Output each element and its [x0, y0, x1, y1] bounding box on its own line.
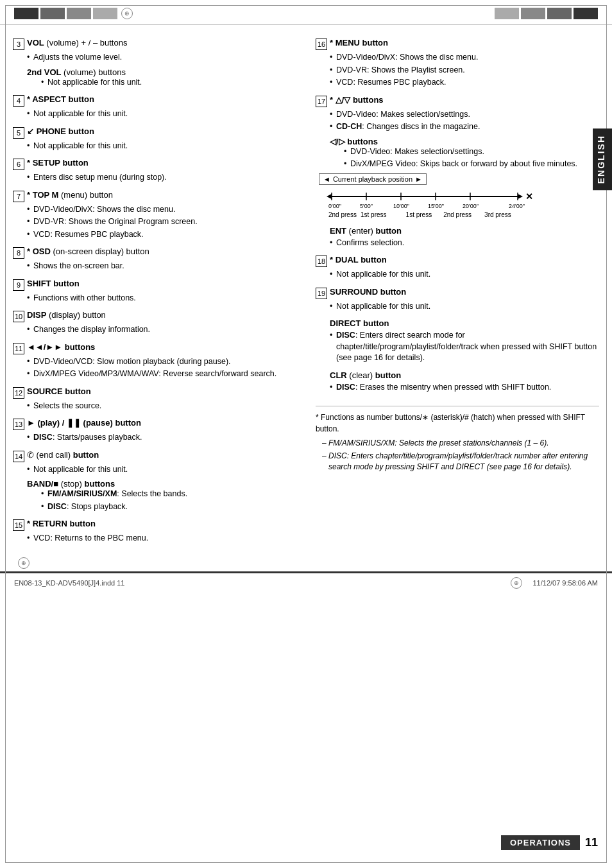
list-item: Not applicable for this unit.: [330, 269, 599, 281]
svg-text:0'00": 0'00": [328, 203, 341, 209]
list-item: VCD: Returns to the PBC menu.: [27, 533, 296, 544]
svg-marker-2: [518, 194, 523, 199]
list-item: DivX/MPEG Video: Skips back or forward b…: [344, 159, 599, 170]
timeline-row: ✕ 0'00" 5'00" 10'00" 15'00" 20'00": [319, 187, 599, 220]
list-item: Adjusts the volume level.: [27, 52, 296, 64]
list-item: Functions with other buttons.: [27, 293, 296, 304]
list-item: Not applicable for this unit.: [330, 301, 599, 313]
list-item: DVD-Video/DivX: Shows the disc menu.: [27, 204, 296, 216]
svg-text:15'00": 15'00": [428, 203, 444, 209]
list-item: DVD-Video/DivX: Shows the disc menu.: [330, 52, 599, 64]
press-labels: 2nd press 1st press 1st press 2nd press …: [325, 211, 593, 218]
svg-text:10'00": 10'00": [393, 203, 409, 209]
section-6-bullets: Enters disc setup menu (during stop).: [13, 172, 296, 184]
list-item: Shows the on-screen bar.: [27, 261, 296, 272]
section-ent-bullets: Confirms selection.: [316, 238, 599, 249]
list-item: DVD-VR: Shows the Playlist screen.: [330, 65, 599, 76]
list-item: DVD-Video/VCD: Slow motion playback (dur…: [27, 356, 296, 368]
list-item: VCD: Resumes PBC playback.: [330, 77, 599, 89]
page-number: 11: [585, 836, 598, 849]
list-item: Changes the display information.: [27, 324, 296, 336]
section-16-bullets: DVD-Video/DivX: Shows the disc menu. DVD…: [316, 52, 599, 89]
section-7-bullets: DVD-Video/DivX: Shows the disc menu. DVD…: [13, 204, 296, 241]
list-item: DISC: Enters direct search mode for chap…: [330, 330, 599, 364]
section-4-bullets: Not applicable for this unit.: [13, 108, 296, 120]
section-direct-bullets: DISC: Enters direct search mode for chap…: [316, 330, 599, 364]
list-item: Not applicable for this unit.: [41, 77, 296, 89]
timeline-svg: ✕ 0'00" 5'00" 10'00" 15'00" 20'00": [325, 187, 543, 211]
section-3-sub-bullets: Not applicable for this unit.: [27, 77, 296, 89]
list-item: DVD-Video: Makes selection/settings.: [344, 146, 599, 158]
section-3-bullets: Adjusts the volume level.: [13, 52, 296, 64]
section-clr-bullets: DISC: Erases the misentry when pressed w…: [316, 382, 599, 394]
english-tab: ENGLISH: [593, 128, 612, 190]
list-item: Confirms selection.: [330, 238, 599, 249]
list-item: FM/AM/SIRIUS/XM: Selects the bands.: [41, 489, 296, 500]
section-12-bullets: Selects the source.: [13, 401, 296, 412]
svg-text:5'00": 5'00": [360, 203, 373, 209]
section-18-bullets: Not applicable for this unit.: [316, 269, 599, 281]
list-item: Not applicable for this unit.: [27, 141, 296, 152]
list-item: VCD: Resumes PBC playback.: [27, 229, 296, 241]
list-item: DISC: Starts/pauses playback.: [27, 432, 296, 444]
list-item: Not applicable for this unit.: [27, 464, 296, 476]
svg-text:✕: ✕: [525, 191, 533, 202]
section-8-bullets: Shows the on-screen bar.: [13, 261, 296, 272]
list-item: DVD-VR: Shows the Original Program scree…: [27, 216, 296, 228]
list-item: DISC: Erases the misentry when pressed w…: [330, 382, 599, 394]
section-14-bullets: Not applicable for this unit.: [13, 464, 296, 476]
left-column: 3 VOL (volume) + / – buttons Adjusts the…: [13, 38, 309, 551]
section-17: 17 * △/▽ buttons DVD-Video: Makes select…: [316, 95, 599, 220]
list-item: Not applicable for this unit.: [27, 108, 296, 120]
list-item: DISC: Stops playback.: [41, 501, 296, 513]
list-item: Selects the source.: [27, 401, 296, 412]
list-item: Enters disc setup menu (during stop).: [27, 172, 296, 184]
list-item: CD-CH: Changes discs in the magazine.: [330, 121, 599, 133]
list-item: DivX/MPEG Video/MP3/WMA/WAV: Reverse sea…: [27, 369, 296, 380]
section-10-bullets: Changes the display information.: [13, 324, 296, 336]
section-15-bullets: VCD: Returns to the PBC menu.: [13, 533, 296, 544]
svg-text:24'00": 24'00": [509, 203, 525, 209]
operations-badge: OPERATIONS: [501, 835, 580, 850]
section-5-bullets: Not applicable for this unit.: [13, 141, 296, 152]
section-9-bullets: Functions with other buttons.: [13, 293, 296, 304]
section-13-bullets: DISC: Starts/pauses playback.: [13, 432, 296, 444]
operations-area: OPERATIONS 11: [501, 835, 598, 850]
section-19-bullets: Not applicable for this unit.: [316, 301, 599, 313]
svg-text:20'00": 20'00": [463, 203, 479, 209]
list-item: DVD-Video: Makes selection/settings.: [330, 109, 599, 121]
svg-marker-1: [327, 194, 332, 199]
